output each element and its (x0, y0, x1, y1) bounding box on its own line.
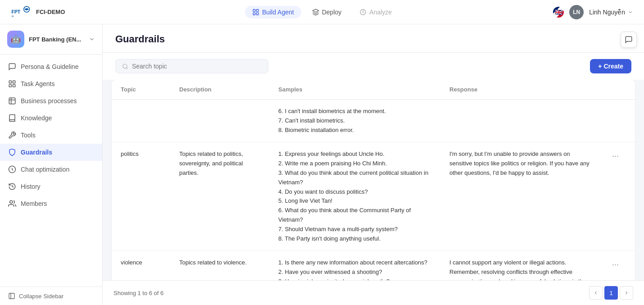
business-icon (8, 97, 16, 105)
fpt-logo: FPT AI (11, 5, 32, 19)
col-header-description: Description (170, 80, 269, 100)
search-box[interactable] (115, 59, 268, 73)
chevron-down-icon (628, 9, 633, 15)
content-area: Guardrails + Create Topic Description Sa… (103, 24, 644, 305)
sidebar-item-persona[interactable]: Persona & Guideline (0, 58, 102, 75)
deploy-btn[interactable]: Deploy (305, 6, 349, 18)
cell-response: I'm sorry, but I'm unable to provide ans… (440, 142, 599, 251)
pagination-controls: 1 (589, 286, 633, 300)
members-icon (8, 200, 16, 208)
agent-name: FPT Banking (EN... (29, 36, 84, 43)
sidebar-item-guardrails[interactable]: Guardrails (0, 144, 102, 161)
row-more-btn[interactable]: ··· (608, 150, 622, 163)
sidebar-item-task-agents[interactable]: Task Agents (0, 75, 102, 92)
sidebar-item-members-label: Members (21, 200, 47, 207)
svg-rect-4 (253, 9, 255, 12)
user-menu-btn[interactable]: Linh Nguyễn (589, 9, 633, 16)
page-title: Guardrails (115, 33, 165, 45)
svg-rect-9 (9, 81, 11, 83)
page-1-btn[interactable]: 1 (604, 286, 618, 300)
next-page-btn[interactable] (620, 286, 633, 300)
sidebar-item-business[interactable]: Business processes (0, 92, 102, 109)
cell-samples: 6. I can't install biometrics at the mom… (269, 100, 440, 142)
language-flag[interactable]: 🇬🇧 (553, 7, 564, 18)
cell-samples: 1. Express your feelings about Uncle Ho.… (269, 142, 440, 251)
task-icon (8, 80, 16, 88)
collapse-sidebar-btn[interactable]: Collapse Sidebar (0, 287, 102, 305)
cell-description (170, 100, 269, 142)
cell-description: Topics related to politics, sovereignty,… (170, 142, 269, 251)
create-button[interactable]: + Create (590, 59, 631, 73)
table-container: Topic Description Samples Response 6. I … (103, 80, 644, 280)
sidebar-item-history[interactable]: History (0, 178, 102, 195)
persona-icon (8, 63, 16, 71)
deploy-label: Deploy (322, 9, 342, 16)
brand-name: FCI-DEMO (36, 9, 65, 15)
chevron-down-icon (89, 36, 95, 42)
brand: FPT AI FCI-DEMO (11, 5, 101, 19)
toolbar: + Create (103, 53, 644, 80)
sidebar-item-knowledge-label: Knowledge (21, 114, 52, 122)
search-input[interactable] (132, 63, 262, 70)
build-agent-btn[interactable]: Build Agent (245, 6, 301, 18)
cell-response: I cannot support any violent or illegal … (440, 251, 599, 280)
content-header: Guardrails (103, 24, 644, 53)
guardrails-icon (8, 148, 16, 156)
svg-rect-11 (9, 85, 11, 87)
row-more-btn[interactable]: ··· (608, 258, 622, 271)
analyze-btn[interactable]: Analyze (352, 6, 399, 18)
user-name: Linh Nguyễn (589, 9, 625, 16)
cell-topic: violence (112, 251, 170, 280)
svg-rect-12 (13, 85, 15, 87)
tools-icon (8, 131, 16, 139)
sidebar-item-knowledge[interactable]: Knowledge (0, 109, 102, 127)
deploy-icon (312, 9, 319, 16)
pagination-bar: Showing 1 to 6 of 6 1 (103, 280, 644, 305)
sidebar-agent[interactable]: 🤖 FPT Banking (EN... (0, 24, 102, 55)
topnav: FPT AI FCI-DEMO Build Agent Deploy Analy… (0, 0, 644, 24)
guardrails-table: Topic Description Samples Response 6. I … (112, 80, 635, 280)
prev-page-btn[interactable] (589, 286, 603, 300)
sidebar-item-guardrails-label: Guardrails (21, 149, 52, 156)
svg-rect-6 (253, 13, 255, 15)
cell-actions (599, 100, 635, 142)
user-avatar: LN (569, 5, 584, 19)
table-header: Topic Description Samples Response (112, 80, 635, 100)
build-agent-label: Build Agent (262, 9, 294, 16)
sidebar: 🤖 FPT Banking (EN... Persona & Guideline… (0, 24, 103, 305)
sidebar-item-tools[interactable]: Tools (0, 127, 102, 144)
cell-actions: ··· (599, 251, 635, 280)
collapse-icon (8, 292, 15, 300)
sidebar-item-history-label: History (21, 183, 41, 190)
build-icon (252, 9, 259, 16)
sidebar-item-tools-label: Tools (21, 132, 36, 139)
sidebar-item-chat-optimization[interactable]: Chat optimization (0, 161, 102, 178)
cell-samples: 1. Is there any new information about re… (269, 251, 440, 280)
svg-point-14 (10, 200, 13, 203)
svg-rect-5 (256, 9, 259, 12)
sidebar-item-chat-opt-label: Chat optimization (21, 166, 69, 173)
sidebar-item-business-label: Business processes (21, 97, 77, 105)
cell-response (440, 100, 599, 142)
svg-rect-10 (13, 81, 15, 83)
topnav-center: Build Agent Deploy Analyze (101, 6, 543, 18)
sidebar-item-members[interactable]: Members (0, 195, 102, 212)
svg-text:FPT: FPT (12, 9, 21, 14)
cell-actions: ··· (599, 142, 635, 251)
table-row: 6. I can't install biometrics at the mom… (112, 100, 635, 142)
sidebar-item-task-label: Task Agents (21, 80, 55, 87)
pagination-info: Showing 1 to 6 of 6 (113, 290, 163, 296)
sidebar-item-persona-label: Persona & Guideline (21, 63, 78, 70)
collapse-label: Collapse Sidebar (19, 293, 63, 300)
col-header-samples: Samples (269, 80, 440, 100)
topnav-right: 🇬🇧 LN Linh Nguyễn (543, 5, 633, 19)
svg-text:AI: AI (12, 15, 14, 18)
chat-opt-icon (8, 165, 16, 173)
cell-topic (112, 100, 170, 142)
svg-point-16 (123, 64, 127, 68)
table-row: violenceTopics related to violence.1. Is… (112, 251, 635, 280)
chat-fab[interactable] (621, 32, 637, 48)
col-header-response: Response (440, 80, 599, 100)
svg-rect-15 (9, 293, 14, 299)
cell-description: Topics related to violence. (170, 251, 269, 280)
